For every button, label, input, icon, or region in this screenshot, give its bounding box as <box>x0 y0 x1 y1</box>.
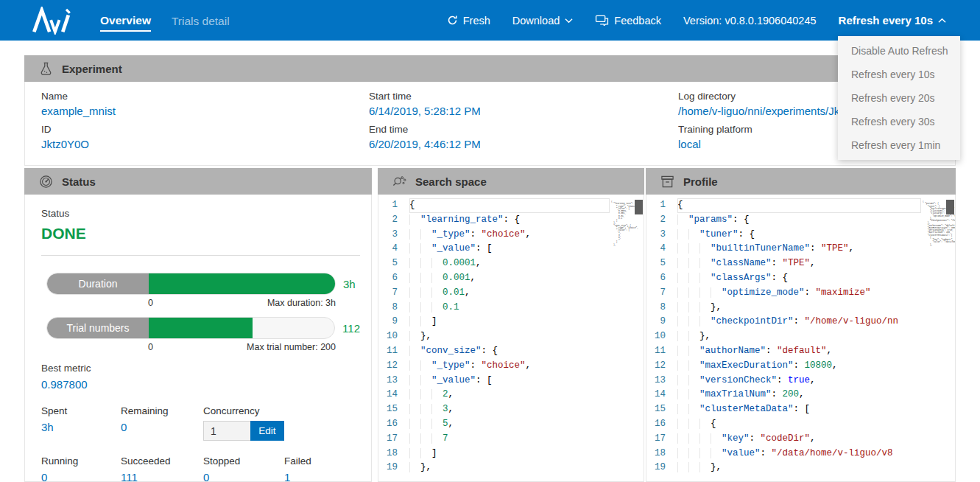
feedback-button[interactable]: Feedback <box>595 15 661 27</box>
code-content: { "params": { "tuner": { "builtinTunerNa… <box>677 198 921 481</box>
nav-tabs: Overview Trials detail <box>100 10 230 32</box>
experiment-id-field: ID Jktz0Y0O <box>41 124 369 150</box>
code-line: }, <box>409 461 610 475</box>
code-line: "builtinTunerName": "TPE", <box>677 242 921 256</box>
archive-box-icon <box>660 175 674 189</box>
line-number-gutter: 12345678910111213141516171819 <box>378 198 409 481</box>
code-line: "optimize_mode": "maximize" <box>677 286 921 301</box>
concurrency-control: Concurrency Edit <box>203 405 360 441</box>
line-number-gutter: 12345678910111213141516171819 <box>646 198 677 481</box>
refresh-menu-item[interactable]: Refresh every 1min <box>838 133 960 157</box>
code-line: "_value": [ <box>409 374 610 388</box>
experiment-details: Name example_mnist ID Jktz0Y0O Start tim… <box>24 82 956 166</box>
end-time-field: End time 6/20/2019, 4:46:12 PM <box>369 124 678 150</box>
code-line: }, <box>677 461 921 475</box>
trial-numbers-progress-bar: Trial numbers 112 <box>46 317 360 339</box>
code-line: "className": "TPE", <box>677 256 921 271</box>
edit-concurrency-button[interactable]: Edit <box>250 421 284 441</box>
code-line: }, <box>409 329 610 344</box>
feedback-icon <box>595 15 609 26</box>
stopped-field: Stopped 0 <box>203 455 284 482</box>
running-field: Running 0 <box>41 455 121 482</box>
status-panel-title: Status <box>62 175 96 188</box>
succeeded-field: Succeeded 111 <box>121 455 203 482</box>
code-line: "checkpointDir": "/home/v-liguo/nn <box>677 315 921 329</box>
trial-numbers-scale: 0 Max trial number: 200 <box>148 342 336 352</box>
code-line: "authorName": "default", <box>677 344 921 359</box>
code-line: 5, <box>409 417 610 432</box>
refresh-menu-item[interactable]: Disable Auto Refresh <box>838 39 960 63</box>
profile-editor[interactable]: 12345678910111213141516171819{ "params":… <box>646 195 955 481</box>
refresh-interval-dropdown: Disable Auto RefreshRefresh every 10sRef… <box>838 36 960 160</box>
start-time-field: Start time 6/14/2019, 5:28:12 PM <box>369 91 678 117</box>
code-line: ] <box>409 447 610 461</box>
code-line: 7 <box>409 432 610 447</box>
code-line: "learning_rate": { <box>409 213 610 228</box>
scrollbar-thumb[interactable] <box>635 200 643 214</box>
refresh-menu-item[interactable]: Refresh every 10s <box>838 63 960 86</box>
fresh-button[interactable]: Fresh <box>447 15 490 27</box>
profile-panel-title: Profile <box>683 175 718 188</box>
code-line: 0.001, <box>409 271 610 286</box>
nav-actions: Fresh Download Feedback Version: v0.8.0.… <box>447 14 946 27</box>
refresh-icon <box>447 15 458 26</box>
code-line: "_value": [ <box>409 242 610 256</box>
code-line: }, <box>677 329 921 344</box>
code-line: 0.01, <box>409 286 610 301</box>
refresh-menu-item[interactable]: Refresh every 20s <box>838 86 960 110</box>
profile-panel: Profile 12345678910111213141516171819{ "… <box>646 168 956 482</box>
status-panel-header: Status <box>24 168 372 195</box>
version-label: Version: v0.8.0.1906040245 <box>683 15 817 27</box>
chevron-up-icon <box>938 18 946 24</box>
code-line: "_type": "choice", <box>409 228 610 242</box>
code-line: "maxExecDuration": 10800, <box>677 359 921 374</box>
code-line: "tuner": { <box>677 228 921 242</box>
search-space-icon <box>392 175 406 189</box>
editor-minimap[interactable]: { "params": { "tuner": { "builtinTunerNa… <box>921 198 955 481</box>
search-space-panel-title: Search space <box>415 175 487 188</box>
code-line: "versionCheck": true, <box>677 374 921 388</box>
code-line: { <box>677 198 921 213</box>
status-value: DONE <box>41 225 360 242</box>
top-navbar: Overview Trials detail Fresh Download Fe… <box>0 0 980 41</box>
code-line: { <box>409 198 610 213</box>
tab-overview[interactable]: Overview <box>100 10 151 32</box>
remaining-field: Remaining 0 <box>121 405 203 441</box>
duration-scale: 0 Max duration: 3h <box>148 298 336 308</box>
code-line: "_type": "choice", <box>409 359 610 374</box>
code-line: 0.0001, <box>409 256 610 271</box>
code-line: }, <box>677 301 921 315</box>
code-line: "params": { <box>677 213 921 228</box>
code-content: { "learning_rate": { "_type": "choice", … <box>409 198 610 481</box>
search-space-panel-header: Search space <box>378 168 644 195</box>
code-line: ] <box>409 315 610 329</box>
nni-logo <box>28 7 77 35</box>
editor-minimap[interactable]: { "learning_rate": { "_type": "choice", … <box>610 198 644 481</box>
experiment-panel: Experiment Name example_mnist ID Jktz0Y0… <box>24 55 956 166</box>
duration-progress-bar: Duration 3h <box>46 273 360 295</box>
flask-icon <box>39 62 53 76</box>
tab-trials-detail[interactable]: Trials detail <box>172 10 230 31</box>
code-line: "conv_size": { <box>409 344 610 359</box>
code-line: 2, <box>409 388 610 402</box>
concurrency-input[interactable] <box>203 421 250 441</box>
status-label: Status <box>41 208 360 219</box>
code-line: "maxTrialNum": 200, <box>677 388 921 402</box>
code-line: "value": "/data/home/v-liguo/v8 <box>677 447 921 461</box>
code-line: 0.1 <box>409 301 610 315</box>
divider <box>41 255 360 256</box>
status-panel: Status Status DONE Duration 3h 0 Max dur… <box>24 168 372 482</box>
refresh-menu-item[interactable]: Refresh every 30s <box>838 110 960 133</box>
refresh-interval-selector[interactable]: Refresh every 10s <box>839 14 946 27</box>
experiment-panel-header: Experiment <box>24 55 956 82</box>
profile-panel-header: Profile <box>646 168 956 195</box>
scrollbar-thumb[interactable] <box>946 200 954 214</box>
search-space-panel: Search space 123456789101112131415161718… <box>378 168 644 482</box>
best-metric-field: Best metric 0.987800 <box>41 363 360 391</box>
code-line: "clusterMetaData": [ <box>677 402 921 417</box>
search-space-editor[interactable]: 12345678910111213141516171819{ "learning… <box>378 195 644 481</box>
code-line: 3, <box>409 402 610 417</box>
chevron-down-icon <box>565 18 573 24</box>
experiment-name-field: Name example_mnist <box>41 91 369 117</box>
download-menu-button[interactable]: Download <box>512 15 574 27</box>
